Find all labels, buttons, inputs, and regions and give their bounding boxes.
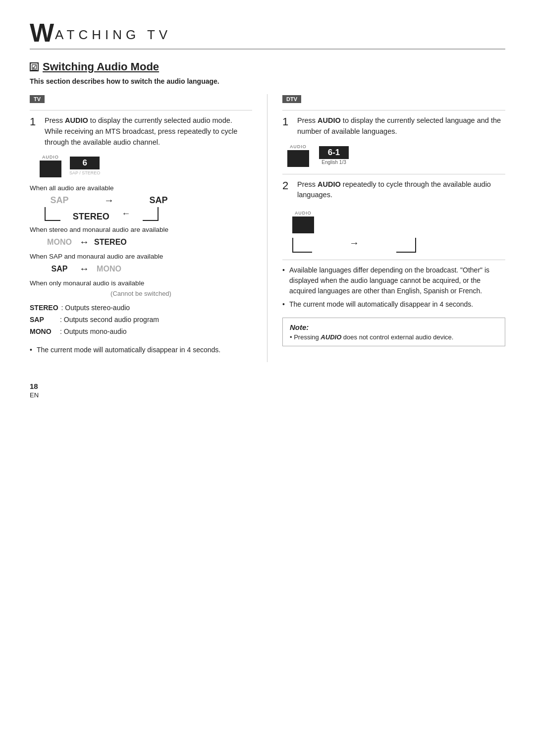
tv-def-mono-text: : Outputs mono-audio [60,326,127,338]
tv-mono-stereo-flow: MONO ↔ STEREO [45,236,252,248]
dtv-step2: 2 Press AUDIO repeatedly to cycle throug… [282,179,505,201]
tv-column: TV 1 Press AUDIO to display the currentl… [30,94,268,362]
dtv-bullets: Available languages differ depending on … [282,265,505,310]
dtv-cycle-btn [292,216,314,233]
page-header: W ATCHING TV [30,20,505,50]
tv-audio-label: AUDIO [42,155,59,160]
dtv-note-text: • Pressing AUDIO does not control extern… [290,333,498,341]
dtv-channel-num: 6-1 [319,146,349,159]
tv-term-stereo: STEREO [30,302,58,314]
dtv-audio-display: AUDIO 6-1 English 1/3 [287,144,505,167]
checkbox-icon: ☑ [30,62,39,71]
tv-corner-J [143,207,159,221]
page-number: 18 [30,382,38,390]
dtv-bullet2: The current mode will automatically disa… [282,299,505,310]
tv-mono-only-section: When only monaural audio is available (C… [30,279,252,297]
tv-def-stereo-text: : Outputs stereo-audio [61,302,130,314]
tv-mono1: MONO [45,238,74,247]
tv-sap-cycle: SAP → SAP STEREO ← [45,195,252,221]
tv-audio-display: AUDIO 6 SAP / STEREO [40,155,252,177]
tv-bullet1: The current mode will automatically disa… [30,345,252,355]
tv-sap-row: SAP → SAP [45,195,252,206]
dtv-corner-L [292,238,312,253]
tv-sap1: SAP [45,195,74,206]
tv-audio-btn [40,161,61,177]
dtv-audio-label: AUDIO [290,144,307,149]
dtv-audio-btn-block: AUDIO [287,144,309,167]
tv-corner-L [45,207,60,221]
dtv-step1: 1 Press AUDIO to display the currently s… [282,115,505,137]
tv-sap2: SAP [144,195,173,206]
dtv-bullet1: Available languages differ depending on … [282,265,505,296]
tv-sap3: SAP [45,265,74,273]
tv-def-sap: SAP : Outputs second audio program [30,314,252,326]
tv-when-mono-caption: When only monaural audio is available [30,279,252,287]
tv-def-sap-text: : Outputs second audio program [60,314,159,326]
tv-def-stereo: STEREO : Outputs stereo-audio [30,302,252,314]
tv-term-sap: SAP [30,314,57,326]
tv-term-mono: MONO [30,326,57,338]
tv-sap-stereo: SAP / STEREO [69,170,100,175]
tv-when-stereo-caption: When stereo and monaural audio are avail… [30,226,252,233]
dtv-note-after: does not control external audio device. [341,333,453,341]
section-title-row: ☑ Switching Audio Mode [30,60,505,73]
tv-audio-btn-block: AUDIO [40,155,61,177]
tv-cannot-switch: (Cannot be switched) [30,290,252,297]
dtv-cycle-arrows: → [292,237,416,253]
dtv-corner-J [396,238,416,253]
tv-step1-text: Press AUDIO to display the currently sel… [45,115,252,148]
tv-badge: TV [30,95,45,103]
section-title-text: Switching Audio Mode [43,60,159,73]
tv-mono2: MONO [94,265,124,273]
dtv-channel-sub: English 1/3 [321,160,346,165]
tv-step1: 1 Press AUDIO to display the currently s… [30,115,252,148]
tv-arrow-left: ← [121,209,130,219]
dtv-cycle-audio-block: AUDIO [292,211,314,233]
dtv-note-before: • Pressing [290,333,321,341]
tv-audio-bold: AUDIO [65,116,88,124]
dtv-note-box: Note: • Pressing AUDIO does not control … [282,318,505,346]
tv-double-arrow1: ↔ [79,236,89,248]
tv-stereo: STEREO [73,212,109,222]
section-subtitle: This section describes how to switch the… [30,77,505,85]
header-letter: W [30,20,54,46]
dtv-left-corner-group [292,238,312,253]
dtv-audio-bold2: AUDIO [318,180,341,188]
header-rest: ATCHING TV [55,27,171,46]
dtv-arrow-right: → [349,237,359,249]
tv-all-audio-section: When all audio are available SAP → SAP S… [30,184,252,221]
tv-definitions: STEREO : Outputs stereo-audio SAP : Outp… [30,302,252,337]
dtv-column: DTV 1 Press AUDIO to display the current… [268,94,505,362]
dtv-cycle-audio-label: AUDIO [295,211,312,216]
dtv-step1-text: Press AUDIO to display the currently sel… [297,115,505,137]
dtv-note-title: Note: [290,323,498,331]
tv-bullets: The current mode will automatically disa… [30,345,252,355]
dtv-channel-wrap: 6-1 English 1/3 [319,146,349,165]
dtv-cycle-audio-btn: AUDIO [292,208,505,233]
dtv-cycle-diagram: AUDIO → [292,208,505,253]
tv-double-arrow2: ↔ [79,263,89,274]
page-lang: EN [30,391,39,399]
dtv-step2-text: Press AUDIO repeatedly to cycle through … [297,179,505,201]
two-column-layout: TV 1 Press AUDIO to display the currentl… [30,94,505,362]
dtv-right-corner-group [396,238,416,253]
tv-stereo-row: STEREO ← [45,207,159,221]
tv-def-mono: MONO : Outputs mono-audio [30,326,252,338]
dtv-note-bold: AUDIO [321,333,341,341]
dtv-badge: DTV [282,95,301,103]
tv-when-all-caption: When all audio are available [30,184,252,192]
dtv-step2-num: 2 [282,179,293,201]
dtv-step1-num: 1 [282,115,293,137]
page-footer: 18 EN [30,382,505,399]
tv-arrow1: → [104,195,114,206]
tv-channel-display-wrap: 6 SAP / STEREO [69,157,100,175]
tv-step1-num: 1 [30,115,41,148]
tv-stereo1: STEREO [94,238,127,247]
tv-sap-mono-flow: SAP ↔ MONO [45,263,252,274]
dtv-audio-bold1: AUDIO [318,116,341,124]
dtv-audio-btn [287,150,309,167]
tv-channel-num: 6 [70,157,100,169]
tv-stereo-mono-section: When stereo and monaural audio are avail… [30,226,252,248]
tv-sap-mono-section: When SAP and monaural audio are availabl… [30,253,252,274]
tv-when-sap-caption: When SAP and monaural audio are availabl… [30,253,252,260]
